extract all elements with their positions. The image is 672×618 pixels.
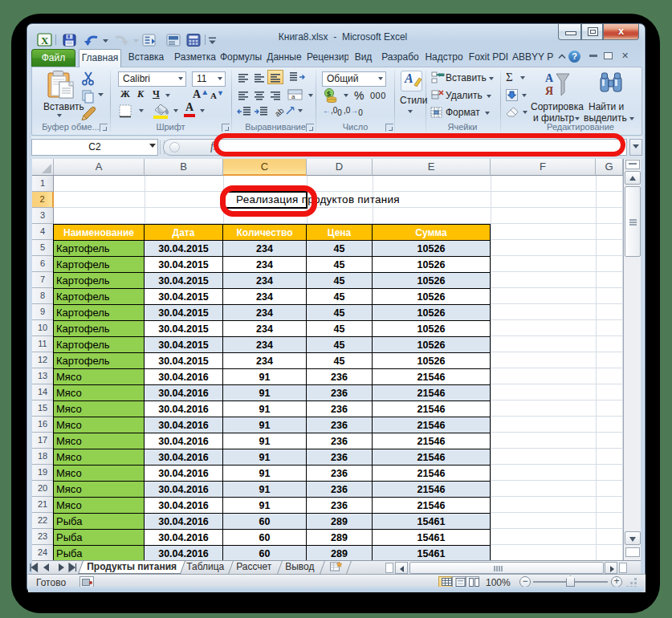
svg-text:Я: Я <box>545 85 553 97</box>
svg-text:X: X <box>41 35 49 47</box>
svg-text:$: $ <box>327 90 331 98</box>
svg-text:ab: ab <box>275 106 286 119</box>
svg-text:А: А <box>545 72 554 84</box>
svg-text:a: a <box>291 93 295 100</box>
